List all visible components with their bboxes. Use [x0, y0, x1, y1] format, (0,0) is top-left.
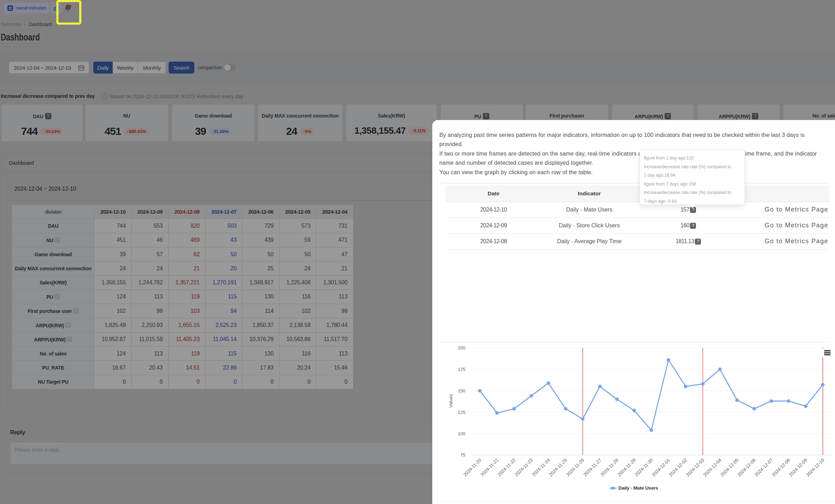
svg-text:2024-11-27: 2024-11-27	[582, 458, 602, 478]
svg-text:2024-11-25: 2024-11-25	[548, 458, 568, 478]
svg-text:2024-12-09: 2024-12-09	[788, 458, 808, 478]
svg-text:2024-12-07: 2024-12-07	[754, 458, 774, 478]
svg-text:2024-11-22: 2024-11-22	[497, 458, 517, 478]
svg-text:2024-11-29: 2024-11-29	[617, 458, 637, 478]
svg-text:2024-12-05: 2024-12-05	[719, 458, 740, 478]
svg-text:2024-11-26: 2024-11-26	[565, 458, 585, 478]
svg-text:2024-11-23: 2024-11-23	[514, 458, 534, 478]
svg-text:2024-12-04: 2024-12-04	[702, 458, 723, 478]
svg-text:2024-12-06: 2024-12-06	[736, 458, 757, 478]
svg-text:150: 150	[458, 388, 465, 393]
svg-text:200: 200	[458, 345, 465, 351]
svg-text:2024-12-02: 2024-12-02	[668, 458, 688, 478]
svg-text:2024-12-10: 2024-12-10	[805, 458, 825, 478]
svg-text:2024-11-20: 2024-11-20	[462, 458, 482, 478]
svg-text:75: 75	[460, 452, 465, 458]
svg-text:2024-12-03: 2024-12-03	[685, 458, 705, 478]
svg-text:175: 175	[458, 367, 465, 372]
svg-text:Values: Values	[448, 394, 453, 408]
svg-text:100: 100	[458, 431, 465, 436]
svg-text:2024-11-28: 2024-11-28	[599, 458, 620, 478]
svg-text:2024-11-21: 2024-11-21	[479, 458, 500, 478]
svg-text:2024-12-08: 2024-12-08	[771, 458, 791, 478]
svg-text:2024-12-01: 2024-12-01	[651, 458, 671, 478]
svg-text:125: 125	[458, 410, 465, 415]
svg-text:2024-11-24: 2024-11-24	[531, 458, 551, 478]
